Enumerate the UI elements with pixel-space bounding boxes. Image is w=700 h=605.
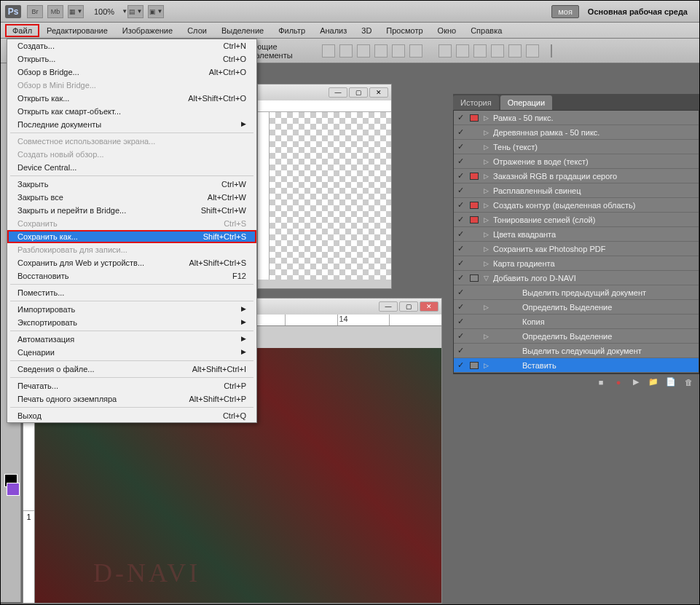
action-row[interactable]: ✓▷Определить Выделение xyxy=(454,300,699,315)
menu-3d[interactable]: 3D xyxy=(354,24,379,37)
minimize-icon[interactable]: — xyxy=(329,87,347,98)
action-row[interactable]: ✓▷Карта градиента xyxy=(454,256,699,271)
minimize-icon[interactable]: — xyxy=(379,301,398,312)
tab-actions[interactable]: Операции xyxy=(500,95,552,110)
record-icon[interactable]: ● xyxy=(613,377,624,387)
menu-item[interactable]: Экспортировать▶ xyxy=(7,316,256,329)
action-row[interactable]: ✓▷Тень (текст) xyxy=(454,140,699,154)
menu-item[interactable]: ВыходCtrl+Q xyxy=(7,409,256,422)
tree-toggle-icon[interactable]: ▷ xyxy=(481,260,490,267)
action-checkbox[interactable]: ✓ xyxy=(454,215,467,224)
menu-edit[interactable]: Редактирование xyxy=(39,24,115,37)
workspace-button[interactable]: моя xyxy=(551,5,579,18)
arrange-icon[interactable]: ▤▼ xyxy=(127,5,143,18)
action-checkbox[interactable]: ✓ xyxy=(454,258,467,268)
tree-toggle-icon[interactable]: ▷ xyxy=(481,216,490,224)
screen-mode-icon[interactable]: ▦▼ xyxy=(68,5,84,18)
distribute-icon[interactable] xyxy=(439,44,452,58)
window-titlebar[interactable]: — ▢ ✕ xyxy=(258,84,391,100)
maximize-icon[interactable]: ▢ xyxy=(399,301,418,312)
menu-item[interactable]: Открыть как...Alt+Shift+Ctrl+O xyxy=(7,92,256,105)
action-row[interactable]: ✓▷Цвета квадранта xyxy=(454,227,699,242)
action-row[interactable]: ✓▷Расплавленный свинец xyxy=(454,183,699,198)
align-icon[interactable] xyxy=(357,44,370,58)
action-checkbox[interactable]: ✓ xyxy=(454,360,467,370)
action-row[interactable]: ✓▷Создать контур (выделенная область) xyxy=(454,198,699,213)
zoom-level[interactable]: 100% xyxy=(94,7,114,16)
auto-align-icon[interactable] xyxy=(551,44,552,58)
distribute-icon[interactable] xyxy=(456,44,469,58)
menu-item[interactable]: Сведения о файле...Alt+Shift+Ctrl+I xyxy=(7,363,256,376)
menu-analysis[interactable]: Анализ xyxy=(312,24,354,37)
action-row[interactable]: ✓▷Определить Выделение xyxy=(454,329,699,344)
menu-item[interactable]: Печатать...Ctrl+P xyxy=(7,379,256,392)
align-icon[interactable] xyxy=(374,44,388,58)
action-dialog-toggle[interactable] xyxy=(467,362,481,369)
menu-item[interactable]: Сохранить для Web и устройств...Alt+Shif… xyxy=(7,256,256,269)
distribute-icon[interactable] xyxy=(508,44,522,58)
action-row[interactable]: ✓Выделить предыдущий документ xyxy=(454,285,699,300)
tree-toggle-icon[interactable]: ▷ xyxy=(481,202,490,209)
menu-item[interactable]: Открыть как смарт-объект... xyxy=(7,105,256,118)
action-checkbox[interactable]: ✓ xyxy=(454,200,467,210)
canvas-transparent[interactable] xyxy=(270,112,391,280)
menu-item[interactable]: Сценарии▶ xyxy=(7,346,256,359)
menu-item[interactable]: Печать одного экземпляраAlt+Shift+Ctrl+P xyxy=(7,392,256,406)
action-checkbox[interactable]: ✓ xyxy=(454,288,467,297)
tree-toggle-icon[interactable]: ▷ xyxy=(481,114,490,122)
close-icon[interactable]: ✕ xyxy=(369,87,388,98)
action-row[interactable]: ✓▷Отражение в воде (текст) xyxy=(454,154,699,169)
align-icon[interactable] xyxy=(392,44,405,58)
menu-item[interactable]: Создать...Ctrl+N xyxy=(7,39,256,52)
tree-toggle-icon[interactable]: ▷ xyxy=(481,231,490,238)
action-dialog-toggle[interactable] xyxy=(467,173,481,180)
menu-item[interactable]: Поместить... xyxy=(7,286,256,299)
distribute-icon[interactable] xyxy=(526,44,539,58)
menu-item[interactable]: Последние документы▶ xyxy=(7,118,256,131)
action-checkbox[interactable]: ✓ xyxy=(454,229,467,239)
action-row[interactable]: ✓Копия xyxy=(454,315,699,329)
menu-window[interactable]: Окно xyxy=(430,24,464,37)
maximize-icon[interactable]: ▢ xyxy=(349,87,368,98)
close-icon[interactable]: ✕ xyxy=(420,301,439,312)
tree-toggle-icon[interactable]: ▷ xyxy=(481,129,490,136)
menu-item[interactable]: Закрыть всеAlt+Ctrl+W xyxy=(7,191,256,204)
action-dialog-toggle[interactable] xyxy=(467,202,481,209)
action-row[interactable]: ✓▷Тонирование сепией (слой) xyxy=(454,213,699,227)
action-checkbox[interactable]: ✓ xyxy=(454,302,467,312)
action-checkbox[interactable]: ✓ xyxy=(454,127,467,137)
bridge-icon[interactable]: Br xyxy=(27,5,43,18)
tree-toggle-icon[interactable]: ▷ xyxy=(481,245,490,253)
tree-toggle-icon[interactable]: ▷ xyxy=(481,362,490,369)
align-icon[interactable] xyxy=(409,44,422,58)
screen-icon[interactable]: ▣▼ xyxy=(148,5,164,18)
tree-toggle-icon[interactable]: ▷ xyxy=(481,333,490,340)
action-checkbox[interactable]: ✓ xyxy=(454,273,467,282)
align-icon[interactable] xyxy=(322,44,335,58)
distribute-icon[interactable] xyxy=(491,44,504,58)
menu-item[interactable]: Сохранить как...Shift+Ctrl+S xyxy=(7,230,256,243)
menu-item[interactable]: Device Central... xyxy=(7,161,256,174)
menu-help[interactable]: Справка xyxy=(463,24,509,37)
action-row[interactable]: ✓▷Вставить xyxy=(454,358,699,373)
menu-layers[interactable]: Слои xyxy=(180,24,214,37)
menu-item[interactable]: ВосстановитьF12 xyxy=(7,269,256,282)
align-icon[interactable] xyxy=(339,44,353,58)
stop-icon[interactable]: ■ xyxy=(596,377,606,387)
action-checkbox[interactable]: ✓ xyxy=(454,244,467,253)
actions-list[interactable]: ✓▷Рамка - 50 пикс.✓▷Деревянная рамка - 5… xyxy=(453,110,699,373)
chevron-down-icon[interactable]: ▼ xyxy=(122,8,127,15)
menu-item[interactable]: ЗакрытьCtrl+W xyxy=(7,178,256,191)
menu-filter[interactable]: Фильтр xyxy=(271,24,312,37)
menu-item[interactable]: Автоматизация▶ xyxy=(7,333,256,346)
action-row[interactable]: ✓Выделить следующий документ xyxy=(454,344,699,358)
menu-image[interactable]: Изображение xyxy=(115,24,180,37)
tree-toggle-icon[interactable]: ▽ xyxy=(481,274,490,282)
action-dialog-toggle[interactable] xyxy=(467,274,481,282)
action-checkbox[interactable]: ✓ xyxy=(454,171,467,181)
action-checkbox[interactable]: ✓ xyxy=(454,346,467,355)
tree-toggle-icon[interactable]: ▷ xyxy=(481,304,490,311)
menu-select[interactable]: Выделение xyxy=(214,24,271,37)
distribute-icon[interactable] xyxy=(473,44,487,58)
document-window-1[interactable]: — ▢ ✕ xyxy=(257,84,392,289)
